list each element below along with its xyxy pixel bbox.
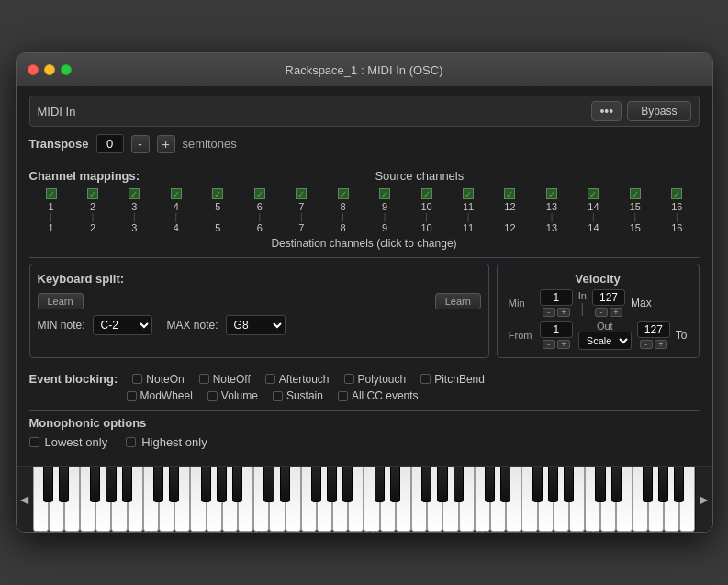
channel-col-11[interactable]: ✓ 11 | 11 — [450, 188, 487, 233]
bypass-button[interactable]: Bypass — [627, 101, 690, 121]
channel-col-9[interactable]: ✓ 9 | 9 — [366, 188, 403, 233]
eb-aftertouch[interactable]: Aftertouch — [265, 373, 330, 386]
channel-col-4[interactable]: ✓ 4 | 4 — [158, 188, 195, 233]
ch-checkbox-15[interactable]: ✓ — [630, 188, 641, 199]
channel-col-3[interactable]: ✓ 3 | 3 — [116, 188, 152, 233]
channel-col-16[interactable]: ✓ 16 | 16 — [658, 188, 695, 233]
transpose-minus-button[interactable]: - — [131, 135, 150, 153]
vel-max-minus[interactable]: - — [595, 308, 608, 317]
channel-col-12[interactable]: ✓ 12 | 12 — [491, 188, 528, 233]
black-key-oct0-5[interactable] — [122, 467, 132, 502]
ch-checkbox-1[interactable]: ✓ — [46, 188, 57, 199]
ch-checkbox-4[interactable]: ✓ — [171, 188, 182, 199]
black-key-oct1-3[interactable] — [201, 467, 211, 502]
channel-col-13[interactable]: ✓ 13 | 13 — [533, 188, 570, 233]
black-key-oct3-5[interactable] — [454, 467, 464, 502]
black-key-oct2-1[interactable] — [280, 467, 290, 502]
vel-min-plus[interactable]: + — [557, 308, 570, 317]
piano-right-arrow[interactable]: ▶ — [696, 467, 712, 532]
highest-only-item[interactable]: Highest only — [126, 435, 207, 449]
noteon-checkbox[interactable] — [132, 374, 142, 384]
channel-col-2[interactable]: ✓ 2 | 2 — [74, 188, 111, 233]
ch-checkbox-13[interactable]: ✓ — [546, 188, 557, 199]
pitchbend-checkbox[interactable] — [420, 374, 431, 384]
eb-allcc[interactable]: All CC events — [338, 389, 419, 402]
black-key-oct0-3[interactable] — [90, 467, 100, 502]
highest-only-checkbox[interactable] — [126, 437, 136, 447]
eb-pitchbend[interactable]: PitchBend — [420, 373, 485, 386]
sustain-checkbox[interactable] — [273, 391, 283, 401]
max-note-select[interactable]: G8 — [226, 315, 286, 335]
black-key-oct5-3[interactable] — [643, 467, 653, 502]
black-key-oct4-1[interactable] — [500, 467, 510, 502]
polytouch-checkbox[interactable] — [344, 374, 354, 384]
dots-button[interactable]: ••• — [591, 101, 622, 121]
vel-max-value[interactable]: 127 — [592, 289, 625, 306]
black-key-oct3-0[interactable] — [375, 467, 385, 502]
eb-modwheel[interactable]: ModWheel — [127, 389, 193, 402]
black-key-oct5-4[interactable] — [658, 467, 668, 502]
black-key-oct5-5[interactable] — [674, 467, 684, 502]
vel-min-value[interactable]: 1 — [540, 289, 573, 306]
ch-checkbox-7[interactable]: ✓ — [296, 188, 307, 199]
noteoff-checkbox[interactable] — [199, 374, 209, 384]
eb-noteon[interactable]: NoteOn — [132, 373, 184, 386]
black-key-oct1-5[interactable] — [232, 467, 242, 502]
ch-checkbox-10[interactable]: ✓ — [421, 188, 432, 199]
black-key-oct1-0[interactable] — [153, 467, 163, 502]
black-key-oct0-0[interactable] — [43, 467, 53, 502]
black-key-oct1-1[interactable] — [169, 467, 179, 502]
black-key-oct2-0[interactable] — [263, 467, 274, 502]
black-key-oct4-4[interactable] — [548, 467, 558, 502]
channel-col-5[interactable]: ✓ 5 | 5 — [199, 188, 236, 233]
vel-to-plus[interactable]: + — [655, 340, 667, 349]
black-key-oct4-3[interactable] — [532, 467, 543, 502]
transpose-value[interactable]: 0 — [96, 134, 124, 153]
eb-sustain[interactable]: Sustain — [273, 389, 323, 402]
black-key-oct3-3[interactable] — [421, 467, 431, 502]
black-key-oct0-1[interactable] — [59, 467, 69, 502]
black-key-oct2-3[interactable] — [311, 467, 321, 502]
ch-checkbox-6[interactable]: ✓ — [254, 188, 265, 199]
vel-from-plus[interactable]: + — [557, 340, 570, 349]
ch-checkbox-9[interactable]: ✓ — [379, 188, 390, 199]
black-key-oct2-5[interactable] — [342, 467, 353, 502]
channel-col-15[interactable]: ✓ 15 | 15 — [617, 188, 654, 233]
black-key-oct2-4[interactable] — [327, 467, 337, 502]
vel-from-value[interactable]: 1 — [540, 321, 573, 338]
vel-from-minus[interactable]: - — [543, 340, 555, 349]
ch-checkbox-3[interactable]: ✓ — [129, 188, 140, 199]
channel-col-1[interactable]: ✓ 1 | 1 — [33, 188, 70, 233]
black-key-oct5-1[interactable] — [611, 467, 622, 502]
learn-max-button[interactable]: Learn — [435, 293, 481, 309]
minimize-button[interactable] — [44, 64, 55, 75]
channel-col-6[interactable]: ✓ 6 | 6 — [241, 188, 278, 233]
piano-left-arrow[interactable]: ◀ — [17, 467, 33, 532]
eb-noteoff[interactable]: NoteOff — [199, 373, 251, 386]
allcc-checkbox[interactable] — [338, 391, 348, 401]
channel-col-10[interactable]: ✓ 10 | 10 — [409, 188, 445, 233]
ch-checkbox-5[interactable]: ✓ — [212, 188, 223, 199]
ch-checkbox-11[interactable]: ✓ — [463, 188, 474, 199]
vel-min-minus[interactable]: - — [543, 308, 555, 317]
channel-col-8[interactable]: ✓ 8 | 8 — [325, 188, 362, 233]
aftertouch-checkbox[interactable] — [265, 374, 275, 384]
vel-to-value[interactable]: 127 — [637, 321, 670, 338]
dest-channels-label[interactable]: Destination channels (click to change) — [29, 237, 700, 250]
ch-checkbox-16[interactable]: ✓ — [671, 188, 682, 199]
black-key-oct3-1[interactable] — [390, 467, 400, 502]
black-key-oct0-4[interactable] — [106, 467, 116, 502]
black-key-oct1-4[interactable] — [217, 467, 227, 502]
channel-col-7[interactable]: ✓ 7 | 7 — [283, 188, 319, 233]
black-key-oct3-4[interactable] — [437, 467, 447, 502]
black-key-oct4-5[interactable] — [564, 467, 574, 502]
vel-max-plus[interactable]: + — [610, 308, 622, 317]
ch-checkbox-2[interactable]: ✓ — [87, 188, 98, 199]
min-note-select[interactable]: C-2 — [93, 315, 152, 335]
vel-to-minus[interactable]: - — [640, 340, 653, 349]
volume-checkbox[interactable] — [207, 391, 218, 401]
close-button[interactable] — [28, 64, 39, 75]
modwheel-checkbox[interactable] — [127, 391, 137, 401]
channel-col-14[interactable]: ✓ 14 | 14 — [575, 188, 611, 233]
ch-checkbox-8[interactable]: ✓ — [338, 188, 349, 199]
